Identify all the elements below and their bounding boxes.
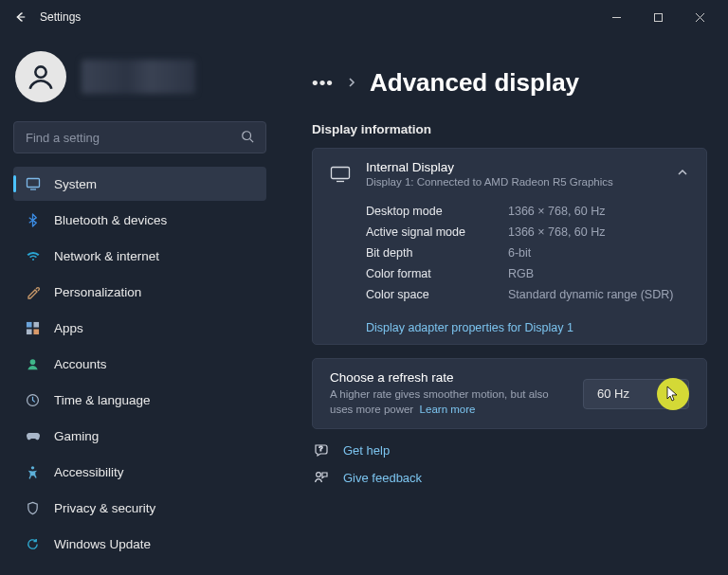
refresh-title: Choose a refresh rate: [330, 370, 570, 385]
info-row: Color format RGB: [366, 263, 702, 284]
feedback-icon: [314, 470, 330, 486]
personalization-icon: [25, 284, 41, 300]
help-icon: ?: [314, 442, 330, 458]
sidebar-item-label: Privacy & security: [54, 501, 155, 515]
titlebar: Settings: [0, 0, 728, 34]
footer-link-label: Give feedback: [343, 471, 422, 485]
info-row: Bit depth 6-bit: [366, 243, 702, 263]
info-value: 6-bit: [508, 246, 531, 260]
learn-more-link[interactable]: Learn more: [420, 404, 476, 415]
sidebar-item-label: System: [54, 177, 97, 191]
accessibility-icon: [25, 464, 41, 480]
sidebar-item-label: Accounts: [54, 357, 107, 371]
info-label: Active signal mode: [366, 225, 508, 239]
svg-point-5: [35, 66, 46, 77]
info-row: Color space Standard dynamic range (SDR): [366, 284, 702, 305]
page-title: Advanced display: [370, 68, 579, 98]
bluetooth-icon: [25, 212, 41, 228]
apps-icon: [25, 320, 41, 336]
chevron-up-icon[interactable]: [676, 166, 689, 182]
network-icon: [25, 248, 41, 264]
sidebar-item-label: Accessibility: [54, 465, 124, 479]
sidebar-item-update[interactable]: Windows Update: [13, 527, 266, 561]
profile-block[interactable]: [15, 51, 266, 102]
app-title: Settings: [40, 10, 81, 24]
svg-rect-13: [33, 329, 39, 334]
update-icon: [25, 536, 41, 552]
svg-rect-8: [27, 179, 39, 188]
info-value: 1366 × 768, 60 Hz: [508, 225, 606, 239]
refresh-rate-dropdown[interactable]: 60 Hz: [583, 379, 689, 409]
svg-text:?: ?: [319, 445, 323, 452]
sidebar: System Bluetooth & devices Network & int…: [0, 34, 280, 575]
svg-line-7: [250, 138, 254, 142]
info-label: Bit depth: [366, 246, 508, 260]
main-content: ••• Advanced display Display information…: [280, 34, 728, 575]
sidebar-item-system[interactable]: System: [13, 167, 266, 201]
svg-rect-11: [33, 321, 39, 327]
breadcrumb: ••• Advanced display: [312, 68, 707, 98]
footer-links: ? Get help Give feedback: [312, 442, 707, 486]
display-info-rows: Desktop mode 1366 × 768, 60 Hz Active si…: [313, 199, 706, 313]
display-card-subtitle: Display 1: Connected to AMD Radeon R5 Gr…: [366, 176, 661, 188]
display-card-title: Internal Display: [366, 160, 661, 174]
refresh-rate-card: Choose a refresh rate A higher rate give…: [312, 358, 707, 429]
svg-point-14: [30, 359, 36, 365]
sidebar-item-label: Personalization: [54, 285, 141, 299]
maximize-button[interactable]: [637, 3, 679, 31]
sidebar-item-privacy[interactable]: Privacy & security: [13, 491, 266, 525]
search-icon: [241, 130, 254, 146]
accounts-icon: [25, 356, 41, 372]
sidebar-item-apps[interactable]: Apps: [13, 311, 266, 345]
get-help-link[interactable]: ? Get help: [314, 442, 707, 458]
sidebar-item-label: Windows Update: [54, 537, 151, 551]
back-icon[interactable]: [13, 10, 27, 24]
svg-rect-2: [654, 13, 662, 21]
breadcrumb-ellipsis[interactable]: •••: [312, 73, 334, 94]
chevron-down-icon: [671, 388, 681, 400]
system-icon: [25, 176, 41, 192]
avatar: [15, 51, 66, 102]
display-info-card: Internal Display Display 1: Connected to…: [312, 148, 707, 345]
display-card-header[interactable]: Internal Display Display 1: Connected to…: [313, 149, 706, 199]
sidebar-item-accessibility[interactable]: Accessibility: [13, 455, 266, 489]
info-row: Desktop mode 1366 × 768, 60 Hz: [366, 201, 702, 222]
gaming-icon: [25, 428, 41, 444]
sidebar-item-label: Network & internet: [54, 249, 159, 263]
section-title: Display information: [312, 122, 707, 136]
sidebar-item-time[interactable]: Time & language: [13, 383, 266, 417]
sidebar-item-network[interactable]: Network & internet: [13, 239, 266, 273]
close-button[interactable]: [679, 3, 720, 31]
svg-point-16: [31, 466, 34, 469]
adapter-properties-link[interactable]: Display adapter properties for Display 1: [366, 321, 573, 334]
footer-link-label: Get help: [343, 443, 390, 458]
sidebar-item-label: Time & language: [54, 393, 151, 407]
privacy-icon: [25, 500, 41, 516]
svg-point-6: [243, 131, 251, 139]
time-icon: [25, 392, 41, 408]
sidebar-item-personalization[interactable]: Personalization: [13, 275, 266, 309]
search-input[interactable]: [26, 131, 241, 145]
info-label: Color space: [366, 288, 508, 301]
sidebar-item-accounts[interactable]: Accounts: [13, 347, 266, 381]
refresh-subtitle: A higher rate gives smoother motion, but…: [330, 387, 570, 417]
minimize-button[interactable]: [595, 3, 637, 31]
info-value: Standard dynamic range (SDR): [508, 288, 673, 301]
sidebar-item-gaming[interactable]: Gaming: [13, 419, 266, 453]
info-label: Desktop mode: [366, 205, 508, 218]
info-label: Color format: [366, 267, 508, 280]
monitor-icon: [330, 166, 351, 183]
svg-rect-10: [27, 321, 32, 327]
give-feedback-link[interactable]: Give feedback: [314, 470, 707, 486]
sidebar-item-bluetooth[interactable]: Bluetooth & devices: [13, 203, 266, 237]
profile-name-redacted: [82, 60, 195, 94]
sidebar-item-label: Gaming: [54, 429, 99, 443]
sidebar-item-label: Bluetooth & devices: [54, 213, 167, 227]
svg-rect-12: [27, 329, 32, 334]
svg-rect-17: [332, 167, 350, 178]
chevron-right-icon: [347, 76, 356, 91]
info-value: RGB: [508, 267, 534, 280]
sidebar-item-label: Apps: [54, 321, 83, 335]
search-box[interactable]: [13, 121, 266, 153]
info-value: 1366 × 768, 60 Hz: [508, 205, 606, 218]
